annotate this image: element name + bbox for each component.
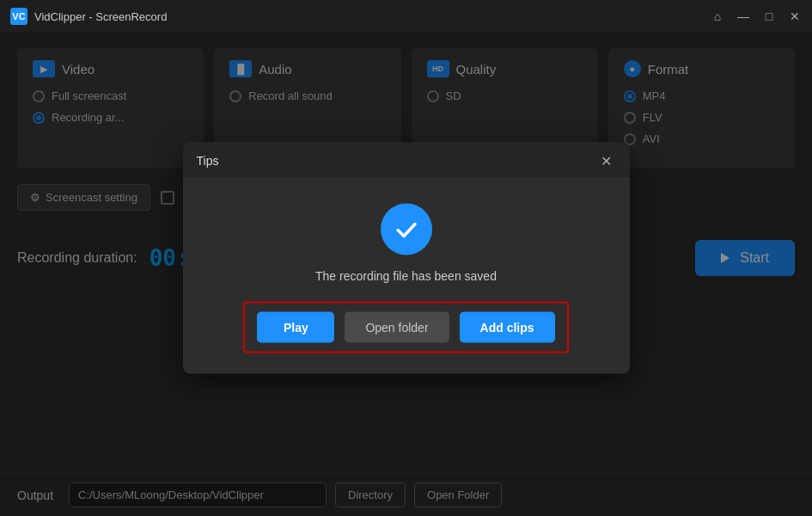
titlebar-left: VC VidClipper - ScreenRecord (10, 8, 167, 25)
modal-message: The recording file has been saved (315, 269, 497, 283)
minimize-button[interactable]: — (736, 9, 750, 23)
titlebar-controls: ⌂ — □ ✕ (711, 9, 802, 23)
tips-modal: Tips ✕ The recording file has been saved… (183, 143, 630, 374)
modal-title: Tips (197, 154, 219, 168)
modal-actions: Play Open folder Add clips (243, 302, 568, 353)
titlebar: VC VidClipper - ScreenRecord ⌂ — □ ✕ (0, 0, 812, 33)
titlebar-title: VidClipper - ScreenRecord (34, 10, 167, 23)
add-clips-button[interactable]: Add clips (460, 312, 555, 343)
modal-header: Tips ✕ (183, 143, 630, 180)
modal-body: The recording file has been saved Play O… (183, 180, 630, 374)
modal-open-folder-button[interactable]: Open folder (345, 312, 449, 343)
checkmark-svg (393, 216, 420, 243)
app-icon: VC (10, 8, 27, 25)
close-button[interactable]: ✕ (788, 9, 802, 23)
home-button[interactable]: ⌂ (711, 9, 724, 23)
modal-close-button[interactable]: ✕ (597, 151, 616, 170)
maximize-button[interactable]: □ (762, 9, 776, 23)
check-circle-icon (381, 204, 432, 255)
play-button[interactable]: Play (257, 312, 334, 343)
